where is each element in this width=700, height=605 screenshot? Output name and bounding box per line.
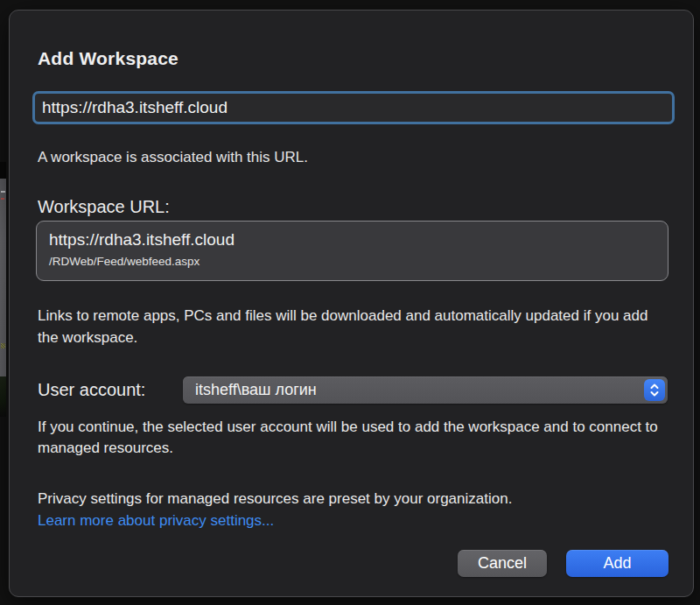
user-account-dropdown[interactable]: itsheff\ваш логин [183, 376, 668, 404]
cancel-button[interactable]: Cancel [458, 550, 547, 577]
workspace-url-value: https://rdha3.itsheff.cloud [49, 229, 655, 250]
workspace-url-input[interactable] [32, 91, 675, 124]
dropdown-chevrons-button[interactable] [644, 379, 665, 401]
continue-account-note: If you continue, the selected user accou… [38, 417, 678, 459]
url-association-caption: A workspace is associated with this URL. [38, 149, 308, 166]
workspace-url-summary-box: https://rdha3.itsheff.cloud /RDWeb/Feed/… [36, 221, 668, 281]
sliver-text-speck-red [1, 198, 4, 200]
user-account-label: User account: [38, 380, 145, 400]
workspace-feed-path: /RDWeb/Feed/webfeed.aspx [49, 254, 655, 270]
privacy-note-text: Privacy settings for managed resources a… [38, 490, 512, 507]
user-account-selected-value: itsheff\ваш логин [195, 376, 638, 404]
workspace-url-label: Workspace URL: [38, 197, 170, 217]
privacy-settings-link[interactable]: Learn more about privacy settings... [38, 510, 678, 531]
privacy-note: Privacy settings for managed resources a… [38, 488, 678, 531]
sliver-icon-speck [1, 343, 5, 348]
background-window-sliver-dark [0, 162, 6, 179]
dialog-title: Add Workspace [38, 48, 178, 69]
sliver-text-speck [1, 191, 5, 193]
background-window-sliver [0, 179, 6, 376]
links-download-note: Links to remote apps, PCs and files will… [38, 305, 650, 348]
add-button[interactable]: Add [566, 550, 668, 577]
add-workspace-dialog: Add Workspace A workspace is associated … [9, 10, 694, 597]
background-window-sliver-green [0, 376, 6, 417]
up-down-chevron-icon [649, 383, 660, 397]
